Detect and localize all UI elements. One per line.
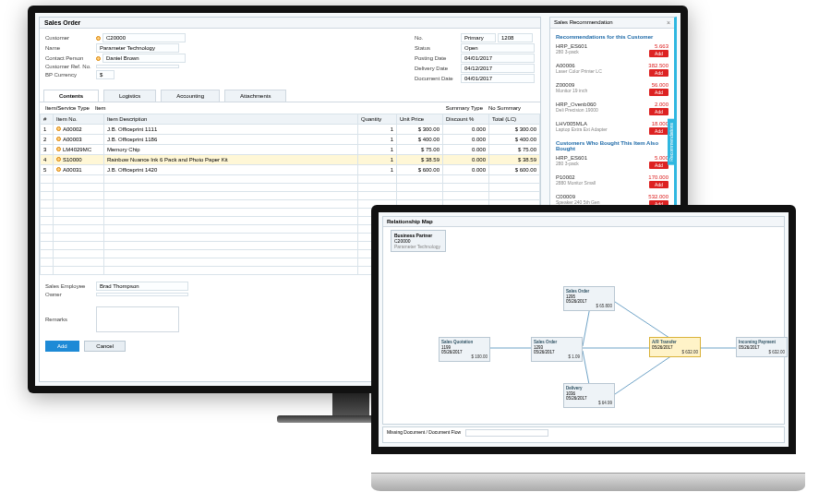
map-node-amount: $ 1.09 bbox=[534, 354, 580, 359]
rec-add-button[interactable]: Add bbox=[649, 181, 668, 188]
postdate-row: Posting Date 04/01/2017 bbox=[415, 54, 535, 63]
table-row-empty[interactable] bbox=[41, 184, 540, 192]
tab-contents[interactable]: Contents bbox=[43, 90, 99, 102]
docdate-value[interactable]: 04/01/2017 bbox=[461, 74, 535, 83]
rec-side-tag[interactable]: Recommendations bbox=[668, 119, 675, 165]
delivdate-value[interactable]: 04/12/2017 bbox=[461, 64, 535, 73]
grid-header-row: # Item No. Item Description Quantity Uni… bbox=[41, 114, 540, 125]
rec-add-button[interactable]: Add bbox=[649, 89, 668, 96]
rec-item: HRP_ES601280 3-pack5.663Add bbox=[556, 43, 668, 57]
link-arrow-icon[interactable] bbox=[56, 147, 61, 151]
name-value[interactable]: Parameter Technology bbox=[96, 43, 179, 53]
link-arrow-icon[interactable] bbox=[96, 36, 101, 41]
map-node-amount: $ 64.99 bbox=[566, 401, 612, 405]
laptop-base bbox=[371, 473, 805, 491]
rec-item-desc: Laptop Extra Ext Adapter bbox=[556, 126, 608, 132]
salesemp-value[interactable]: Brad Thompson bbox=[96, 282, 188, 291]
owner-value[interactable] bbox=[96, 293, 188, 296]
link-arrow-icon[interactable] bbox=[56, 126, 61, 131]
order-tabs: Contents Logistics Accounting Attachment… bbox=[40, 90, 540, 102]
remarks-textarea[interactable] bbox=[96, 306, 179, 332]
rec-item-info: A00006Laser Color Printer LC bbox=[556, 63, 602, 74]
svg-line-5 bbox=[615, 354, 675, 394]
rec-item-info: Z00009Monitor 19 inch bbox=[556, 82, 587, 93]
rec-item-desc: Laser Color Printer LC bbox=[556, 68, 602, 74]
link-arrow-icon[interactable] bbox=[56, 157, 61, 162]
map-node-deliv[interactable]: Delivery103605/26/2017$ 64.99 bbox=[563, 383, 615, 408]
rec-item-price: 382.500 bbox=[648, 63, 668, 68]
grid-type-value[interactable]: Item bbox=[95, 105, 132, 111]
map-node-title: Sales Order bbox=[566, 289, 612, 294]
remarks-label: Remarks bbox=[45, 317, 96, 322]
docno-value[interactable]: 1208 bbox=[498, 33, 533, 42]
map-footer-slider[interactable] bbox=[465, 429, 548, 437]
col-num[interactable]: # bbox=[41, 114, 54, 125]
tab-accounting[interactable]: Accounting bbox=[161, 90, 220, 102]
map-node-amount: $ 100.00 bbox=[441, 354, 488, 359]
currency-row: BP Currency $ bbox=[45, 70, 186, 79]
rec-add-button[interactable]: Add bbox=[649, 127, 668, 135]
summary-type-value[interactable]: No Summary bbox=[488, 105, 535, 111]
map-footer: Missing Document / Document Flow bbox=[382, 426, 785, 443]
col-qty[interactable]: Quantity bbox=[358, 114, 397, 125]
link-arrow-icon[interactable] bbox=[56, 137, 61, 141]
col-price[interactable]: Unit Price bbox=[397, 114, 443, 125]
map-title: Relationship Map bbox=[383, 217, 784, 227]
postdate-value[interactable]: 04/01/2017 bbox=[461, 54, 535, 63]
col-desc[interactable]: Item Description bbox=[104, 114, 358, 125]
add-button[interactable]: Add bbox=[45, 341, 79, 352]
map-node-title: Sales Quotation bbox=[441, 340, 488, 344]
table-row[interactable]: 1A00002J.B. Officeprint 11111$ 300.000.0… bbox=[41, 125, 540, 135]
rec-item: HRP_Ovenb060Deli Precision 190002.000Add bbox=[556, 102, 668, 115]
map-node-ar[interactable]: A/R Transfer05/26/2017$ 632.00 bbox=[649, 337, 701, 357]
col-item[interactable]: Item No. bbox=[54, 114, 104, 125]
laptop-frame: Relationship Map Business Partner C20000… bbox=[371, 205, 796, 454]
rec-add-button[interactable]: Add bbox=[649, 69, 668, 77]
currency-label: BP Currency bbox=[45, 72, 96, 78]
delivdate-row: Delivery Date 04/12/2017 bbox=[415, 64, 535, 73]
table-row-empty[interactable] bbox=[41, 192, 540, 200]
sales-order-title: Sales Order bbox=[40, 18, 540, 29]
rec-item-price: 5.663 bbox=[649, 43, 668, 49]
close-icon[interactable]: × bbox=[667, 19, 670, 26]
docno-prefix[interactable]: Primary bbox=[461, 33, 496, 42]
table-row-empty[interactable] bbox=[41, 175, 540, 184]
currency-value[interactable]: $ bbox=[96, 70, 114, 79]
table-row[interactable]: 5A00031J.B. Officeprint 14201$ 600.000.0… bbox=[41, 165, 540, 175]
link-arrow-icon[interactable] bbox=[96, 56, 101, 61]
map-node-title: A/R Transfer bbox=[652, 340, 698, 344]
map-node-order1[interactable]: Sales Order129305/26/2017$ 1.09 bbox=[531, 337, 583, 362]
cancel-button[interactable]: Cancel bbox=[84, 341, 126, 352]
rec-item-info: C00009Speaker 240 5th Gen bbox=[556, 194, 600, 205]
table-row[interactable]: 2A00003J.B. Officeprint 11861$ 400.000.0… bbox=[41, 135, 540, 145]
col-disc[interactable]: Discount % bbox=[443, 114, 489, 125]
status-row: Status Open bbox=[415, 43, 535, 53]
postdate-label: Posting Date bbox=[415, 55, 461, 61]
refno-value[interactable] bbox=[96, 65, 179, 68]
order-header: Customer C20000 Name Parameter Technolog… bbox=[40, 29, 540, 84]
contact-value[interactable]: Daniel Brown bbox=[102, 54, 186, 63]
contact-label: Contact Person bbox=[45, 55, 96, 61]
map-node-pay[interactable]: Incoming Payment05/26/2017$ 632.00 bbox=[736, 337, 788, 357]
rec-item-desc: Deli Precision 19000 bbox=[556, 107, 598, 113]
docno-label: No. bbox=[415, 35, 461, 41]
map-node-amount: $ 632.00 bbox=[739, 350, 785, 354]
rec-add-button[interactable]: Add bbox=[649, 162, 668, 169]
customer-value[interactable]: C20000 bbox=[102, 33, 186, 42]
map-node-order2[interactable]: Sales Order129505/26/2017$ 65.800 bbox=[563, 286, 615, 311]
business-partner-box[interactable]: Business Partner C20000 Parameter Techno… bbox=[391, 230, 446, 252]
tab-logistics[interactable]: Logistics bbox=[103, 90, 156, 102]
map-node-quote[interactable]: Sales Quotation119905/26/2017$ 100.00 bbox=[439, 337, 490, 362]
rec-item-price: 532.000 bbox=[648, 194, 668, 199]
rec-item-price: 56.000 bbox=[649, 82, 668, 88]
rec-add-button[interactable]: Add bbox=[649, 108, 668, 115]
summary-type-label: Summary Type bbox=[446, 105, 483, 111]
tab-attachments[interactable]: Attachments bbox=[224, 90, 286, 102]
rec-item-desc: 280 3-pack bbox=[556, 161, 587, 166]
table-row[interactable]: 3LM4029MCMemory Chip1$ 75.000.000$ 75.00 bbox=[41, 145, 540, 155]
table-row[interactable]: 4S10000Rainbow Nuance Ink 6 Pack and Pho… bbox=[41, 155, 540, 165]
rec-item: Z00009Monitor 19 inch56.000Add bbox=[556, 82, 668, 96]
link-arrow-icon[interactable] bbox=[56, 167, 61, 172]
col-total[interactable]: Total (LC) bbox=[489, 114, 540, 125]
rec-add-button[interactable]: Add bbox=[649, 50, 668, 57]
